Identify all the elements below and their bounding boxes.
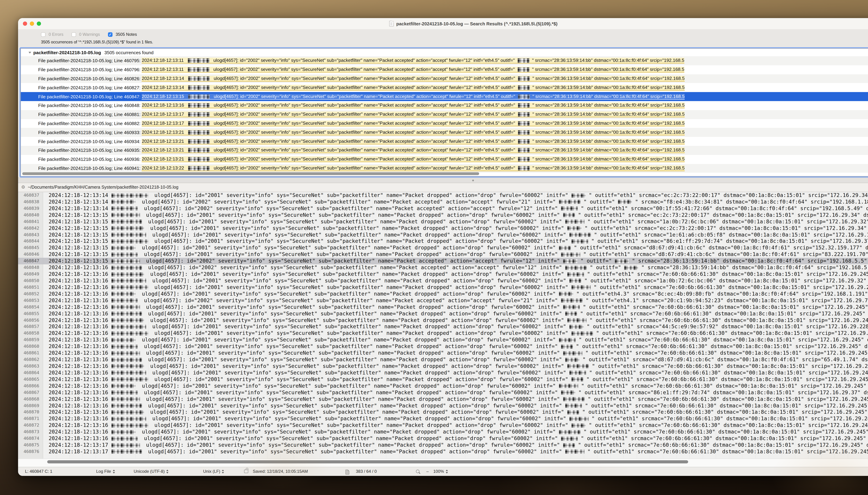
log-line[interactable]: 4608702024:12:18-12:13:16 ulogd[4657]: i… (18, 409, 868, 416)
line-number: 460853 (18, 297, 43, 304)
log-line[interactable]: 4608762024:12:18-12:13:17 ulogd[4657]: i… (18, 448, 868, 455)
log-line[interactable]: 4608572024:12:18-12:13:16 ulogd[4657]: i… (18, 324, 868, 330)
log-line[interactable]: 4608472024:12:18-12:13:15 ulogd[4657]: i… (18, 258, 868, 264)
result-row-location: File packetfilter-20241218-10-05.log; Li… (38, 112, 142, 117)
result-row[interactable]: File packetfilter-20241218-10-05.log; Li… (21, 65, 868, 74)
file-path[interactable]: ~/Documents/Paradigm/KHH/Camera System/p… (28, 185, 178, 190)
result-row[interactable]: File packetfilter-20241218-10-05.log; Li… (21, 110, 868, 119)
redacted-host (111, 279, 146, 283)
log-line[interactable]: 4608602024:12:18-12:13:16 ulogd[4657]: i… (18, 343, 868, 350)
minimize-button[interactable] (30, 21, 34, 26)
log-line[interactable]: 4608632024:12:18-12:13:16 ulogd[4657]: i… (18, 363, 868, 370)
log-line[interactable]: 4608492024:12:18-12:13:16 ulogd[4657]: i… (18, 271, 868, 277)
line-number: 460857 (18, 324, 43, 330)
log-line[interactable]: 4608752024:12:18-12:13:17 ulogd[4657]: i… (18, 442, 868, 448)
log-line[interactable]: 4608662024:12:18-12:13:16 ulogd[4657]: i… (18, 382, 868, 389)
log-line[interactable]: 4608642024:12:18-12:13:16 ulogd[4657]: i… (18, 370, 868, 376)
log-line-text: 2024:12:18-12:13:15 ulogd[4657]: id="200… (49, 251, 868, 258)
log-line[interactable]: 4608482024:12:18-12:13:16 ulogd[4657]: i… (18, 264, 868, 271)
log-line[interactable]: 4608582024:12:18-12:13:16 ulogd[4657]: i… (18, 330, 868, 337)
result-row[interactable]: File packetfilter-20241218-10-05.log; Li… (21, 119, 868, 128)
log-line[interactable]: 4608412024:12:18-12:13:15 ulogd[4657]: i… (18, 218, 868, 225)
log-line[interactable]: 4608502024:12:18-12:13:16 ulogd[4657]: i… (18, 277, 868, 284)
log-line[interactable]: 4608552024:12:18-12:13:16 ulogd[4657]: i… (18, 310, 868, 317)
redacted-host (188, 148, 210, 153)
redacted-host (188, 130, 210, 135)
log-line[interactable]: 4608722024:12:18-12:13:16 ulogd[4657]: i… (18, 422, 868, 429)
results-toolbar: 0 Errors 0 Warnings ✓ 3505 Notes ↻ 3505 … (18, 29, 868, 47)
log-line[interactable]: 4608542024:12:18-12:13:16 ulogd[4657]: i… (18, 304, 868, 310)
editor-horizontal-scrollbar[interactable] (47, 460, 688, 463)
lock-icon[interactable] (244, 468, 248, 473)
redacted-interface (571, 239, 588, 243)
result-row[interactable]: File packetfilter-20241218-10-05.log; Li… (21, 155, 868, 164)
log-line[interactable]: 4608732024:12:18-12:13:16 ulogd[4657]: i… (18, 429, 868, 435)
errors-label[interactable]: 0 Errors (49, 32, 64, 37)
log-line[interactable]: 4608522024:12:18-12:13:16 ulogd[4657]: i… (18, 291, 868, 297)
line-number: 460841 (18, 218, 43, 225)
warnings-checkbox[interactable] (71, 32, 76, 37)
log-line[interactable]: 4608592024:12:18-12:13:16 ulogd[4657]: i… (18, 337, 868, 343)
errors-checkbox[interactable] (41, 32, 46, 37)
log-line[interactable]: 4608672024:12:18-12:13:16 ulogd[4657]: i… (18, 389, 868, 396)
results-horizontal-scrollbar[interactable] (22, 172, 479, 175)
result-row[interactable]: File packetfilter-20241218-10-05.log; Li… (21, 83, 868, 92)
filetype-popup[interactable]: Log File (96, 469, 115, 474)
log-line[interactable]: 4608612024:12:18-12:13:16 ulogd[4657]: i… (18, 350, 868, 356)
close-button[interactable] (23, 21, 27, 26)
result-row-location: File packetfilter-20241218-10-05.log; Li… (38, 58, 142, 63)
log-line[interactable]: 4608442024:12:18-12:13:15 ulogd[4657]: i… (18, 238, 868, 245)
result-row[interactable]: File packetfilter-20241218-10-05.log; Li… (21, 56, 868, 65)
log-line[interactable]: 4608382024:12:18-12:13:14 ulogd[4657]: i… (18, 199, 868, 205)
log-line[interactable]: 4608512024:12:18-12:13:16 ulogd[4657]: i… (18, 284, 868, 291)
gear-icon[interactable]: ⚙ (21, 185, 25, 190)
redacted-host (111, 200, 136, 204)
warnings-label[interactable]: 0 Warnings (79, 32, 100, 37)
result-row[interactable]: File packetfilter-20241218-10-05.log; Li… (21, 74, 868, 83)
result-row[interactable]: File packetfilter-20241218-10-05.log; Li… (21, 92, 868, 101)
redacted-host (188, 121, 210, 126)
pane-splitter[interactable] (18, 177, 868, 183)
zoom-popup[interactable]: 100% (433, 469, 448, 474)
redacted-interface (517, 58, 529, 63)
line-number: 460859 (18, 337, 43, 343)
log-line[interactable]: 4608712024:12:18-12:13:16 ulogd[4657]: i… (18, 416, 868, 422)
magnifier-icon[interactable] (416, 470, 422, 473)
log-line[interactable]: 4608692024:12:18-12:13:16 ulogd[4657]: i… (18, 403, 868, 409)
result-row[interactable]: File packetfilter-20241218-10-05.log; Li… (21, 146, 868, 155)
result-row[interactable]: File packetfilter-20241218-10-05.log; Li… (21, 137, 868, 146)
log-line[interactable]: 4608452024:12:18-12:13:15 ulogd[4657]: i… (18, 245, 868, 251)
log-line[interactable]: 4608402024:12:18-12:13:15 ulogd[4657]: i… (18, 212, 868, 219)
zoom-out-label[interactable]: – (426, 469, 429, 474)
log-line[interactable]: 4608652024:12:18-12:13:16 ulogd[4657]: i… (18, 376, 868, 383)
result-row[interactable]: File packetfilter-20241218-10-05.log; Li… (21, 164, 868, 173)
line-ending-popup[interactable]: Unix (LF) (203, 469, 225, 474)
redacted-interface (565, 312, 577, 316)
redacted-interface (571, 331, 593, 336)
notes-label[interactable]: 3505 Notes (116, 32, 137, 37)
log-line[interactable]: 4608392024:12:18-12:13:14 ulogd[4657]: i… (18, 205, 868, 212)
title-bar[interactable]: packetfilter-20241218-10-05.log — Search… (18, 18, 868, 30)
results-file-header[interactable]: packetfilter-20241218-10-05.log 3505 occ… (21, 49, 868, 56)
redacted-interface (518, 85, 530, 90)
log-line[interactable]: 4608462024:12:18-12:13:15 ulogd[4657]: i… (18, 251, 868, 258)
log-line[interactable]: 4608562024:12:18-12:13:16 ulogd[4657]: i… (18, 317, 868, 324)
disclosure-triangle-icon[interactable] (29, 52, 31, 53)
log-line[interactable]: 4608422024:12:18-12:13:15 ulogd[4657]: i… (18, 225, 868, 232)
result-row-match: 2024:12:18-12:13:17 ulogd[4657]: id="200… (142, 112, 685, 117)
log-editor[interactable]: 4608372024:12:18-12:13:14 ulogd[4657]: i… (18, 192, 868, 459)
log-line[interactable]: 4608432024:12:18-12:13:15 ulogd[4657]: i… (18, 232, 868, 238)
encoding-popup[interactable]: Unicode (UTF-8) (134, 469, 169, 474)
result-row[interactable]: File packetfilter-20241218-10-05.log; Li… (21, 128, 868, 137)
redacted-interface (567, 364, 589, 369)
zoom-button[interactable] (37, 21, 41, 26)
log-line[interactable]: 4608622024:12:18-12:13:16 ulogd[4657]: i… (18, 356, 868, 363)
result-row[interactable]: File packetfilter-20241218-10-05.log; Li… (21, 101, 868, 110)
result-row-location: File packetfilter-20241218-10-05.log; Li… (38, 85, 142, 90)
notes-checkbox[interactable]: ✓ (108, 32, 112, 37)
log-line-text: 2024:12:18-12:13:16 ulogd[4657]: id="200… (49, 277, 868, 284)
log-line[interactable]: 4608682024:12:18-12:13:16 ulogd[4657]: i… (18, 396, 868, 403)
log-line[interactable]: 4608372024:12:18-12:13:14 ulogd[4657]: i… (18, 192, 868, 199)
log-line[interactable]: 4608532024:12:18-12:13:16 ulogd[4657]: i… (18, 297, 868, 304)
log-line[interactable]: 4608742024:12:18-12:13:16 ulogd[4657]: i… (18, 435, 868, 442)
